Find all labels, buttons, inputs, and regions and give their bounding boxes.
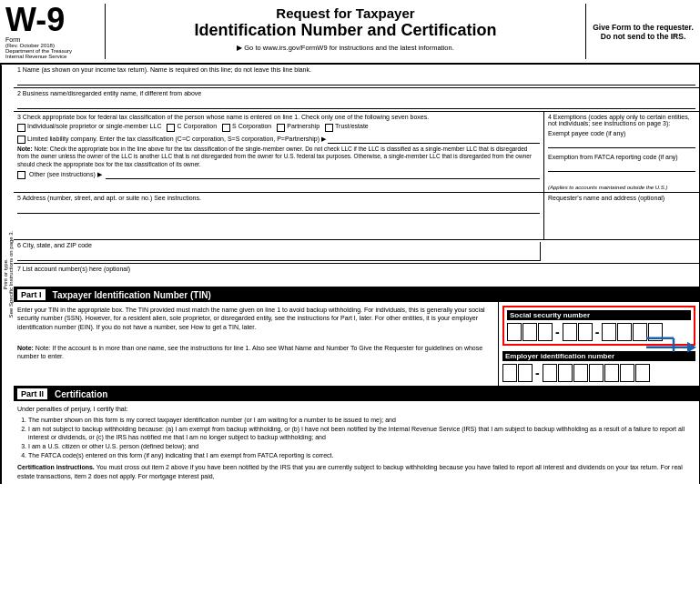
ssn-cell-4[interactable] <box>563 323 577 341</box>
arrow-container <box>646 329 700 358</box>
checkbox-ccorp-box[interactable] <box>167 124 175 132</box>
ein-cell-8[interactable] <box>620 364 634 382</box>
see-specific-label: See Specific Instructions on page 3. <box>8 66 14 482</box>
part2-header: Part II Certification <box>14 387 699 401</box>
exempt-payee-input[interactable] <box>548 137 695 148</box>
ein-dash: - <box>535 366 540 380</box>
ssn-cell-5[interactable] <box>578 323 593 341</box>
part2-item2: I am not subject to backup withholding b… <box>28 425 695 443</box>
note-text: Note: Check the appropriate box in the l… <box>17 146 532 167</box>
row6-right-space <box>541 242 695 261</box>
ein-cell-6[interactable] <box>589 364 604 382</box>
page: W-9 Form (Rev. October 2018) Department … <box>0 0 700 484</box>
part2-intro: Under penalties of perjury, I certify th… <box>17 405 695 414</box>
row4-label: 4 Exemptions (codes apply only to certai… <box>548 114 695 126</box>
form-header: W-9 Form (Rev. October 2018) Department … <box>0 0 700 65</box>
checkbox-trust-box[interactable] <box>325 124 333 132</box>
llc-input[interactable] <box>328 135 540 144</box>
row2-input[interactable] <box>17 96 695 109</box>
checkboxes-row: Individual/sole proprietor or single-mem… <box>17 123 540 132</box>
other-label: Other (see instructions) ▶ <box>29 171 102 178</box>
row2-label: 2 Business name/disregarded entity name,… <box>17 90 695 96</box>
checkbox-trust: Trust/estate <box>325 123 369 132</box>
cert-label: Certification instructions. <box>17 464 95 470</box>
checkbox-ccorp: C Corporation <box>167 123 217 132</box>
ssn-dash2: - <box>595 325 600 339</box>
form-main: 1 Name (as shown on your income tax retu… <box>14 65 699 484</box>
irs-label: Internal Revenue Service <box>5 54 99 59</box>
part2-item4: The FATCA code(s) entered on this form (… <box>28 451 695 460</box>
ein-group1 <box>502 364 533 382</box>
row4: 4 Exemptions (codes apply only to certai… <box>544 112 699 192</box>
row5-input[interactable] <box>17 201 540 214</box>
form-title1: Request for Taxpayer <box>115 5 576 21</box>
ssn-cell-2[interactable] <box>522 323 537 341</box>
part1-note-bold: Note: <box>17 345 34 351</box>
row7-input[interactable] <box>17 272 695 285</box>
ein-inputs: - <box>502 364 695 382</box>
other-row: Other (see instructions) ▶ <box>17 170 540 179</box>
ssn-cell-1[interactable] <box>507 323 522 341</box>
row5: 5 Address (number, street, and apt. or s… <box>14 193 544 239</box>
part1-header: Part I Taxpayer Identification Number (T… <box>14 287 699 302</box>
ein-cell-4[interactable] <box>558 364 573 382</box>
cert-instructions: Certification instructions. You must cro… <box>17 463 695 481</box>
checkbox-partnership-label: Partnership <box>287 123 320 129</box>
fatca-label: Exemption from FATCA reporting code (if … <box>548 154 678 160</box>
exempt-payee-label: Exempt payee code (if any) <box>548 130 625 136</box>
checkbox-scorp-label: S Corporation <box>232 123 271 129</box>
ssn-cell-3[interactable] <box>538 323 553 341</box>
part2-list: The number shown on this form is my corr… <box>17 416 695 460</box>
row3-note: Note: Note: Check the appropriate box in… <box>17 146 540 168</box>
part1-roman: Part I <box>17 289 46 300</box>
ssn-cell-8[interactable] <box>633 323 647 341</box>
row1: 1 Name (as shown on your income tax retu… <box>14 65 699 88</box>
form-title-section: Request for Taxpayer Identification Numb… <box>106 4 585 59</box>
row7: 7 List account number(s) here (optional) <box>14 264 699 287</box>
ein-group2 <box>543 364 650 382</box>
checkbox-individual-box[interactable] <box>17 124 25 132</box>
ssn-cell-6[interactable] <box>602 323 616 341</box>
ein-cell-1[interactable] <box>502 364 517 382</box>
row6-input[interactable] <box>17 248 540 261</box>
row1-input[interactable] <box>17 73 695 86</box>
fatca-input[interactable] <box>548 161 695 172</box>
row1-label: 1 Name (as shown on your income tax retu… <box>17 66 695 73</box>
row5-right: Requester's name and address (optional) <box>544 193 699 239</box>
requesters-input[interactable] <box>548 201 695 237</box>
blue-arrow-icon <box>646 329 700 357</box>
row2: 2 Business name/disregarded entity name,… <box>14 88 699 112</box>
form-id-section: W-9 Form (Rev. October 2018) Department … <box>5 4 106 59</box>
row5-label: 5 Address (number, street, and apt. or s… <box>17 195 540 201</box>
ssn-cell-7[interactable] <box>617 323 632 341</box>
row3-4-container: 3 Check appropriate box for federal tax … <box>14 112 699 193</box>
row5-container: 5 Address (number, street, and apt. or s… <box>14 193 699 240</box>
part1-note-text: Note: If the account is in more than one… <box>17 345 482 359</box>
row3-label: 3 Check appropriate box for federal tax … <box>17 114 540 120</box>
svg-marker-3 <box>687 342 696 353</box>
row6: 6 City, state, and ZIP code <box>17 242 541 261</box>
form-title2: Identification Number and Certification <box>115 21 576 40</box>
row6-label: 6 City, state, and ZIP code <box>17 242 540 248</box>
checkbox-llc-box[interactable] <box>17 136 25 144</box>
checkbox-other-box[interactable] <box>17 171 25 179</box>
ein-cell-9[interactable] <box>635 364 650 382</box>
give-form-label: Give Form to the requester. Do not send … <box>585 4 695 59</box>
part2-body: Under penalties of perjury, I certify th… <box>14 401 699 484</box>
applies-note: (Applies to accounts maintained outside … <box>548 185 695 190</box>
checkbox-partnership-box[interactable] <box>277 124 285 132</box>
form-goto: ▶ Go to www.irs.gov/FormW9 for instructi… <box>115 44 576 52</box>
part2-item3: I am a U.S. citizen or other U.S. person… <box>28 442 695 451</box>
ein-cell-5[interactable] <box>573 364 588 382</box>
ein-cell-3[interactable] <box>543 364 557 382</box>
exempt-payee: Exempt payee code (if any) <box>548 130 695 148</box>
checkbox-trust-label: Trust/estate <box>335 123 369 129</box>
cert-text: You must cross out item 2 above if you h… <box>17 464 683 479</box>
ein-cell-7[interactable] <box>604 364 619 382</box>
ein-cell-2[interactable] <box>518 364 533 382</box>
row7-label: 7 List account number(s) here (optional) <box>17 266 695 272</box>
checkbox-scorp-box[interactable] <box>222 124 230 132</box>
part2-item1: The number shown on this form is my corr… <box>28 416 695 425</box>
checkbox-partnership: Partnership <box>277 123 320 132</box>
other-input[interactable] <box>106 170 540 179</box>
